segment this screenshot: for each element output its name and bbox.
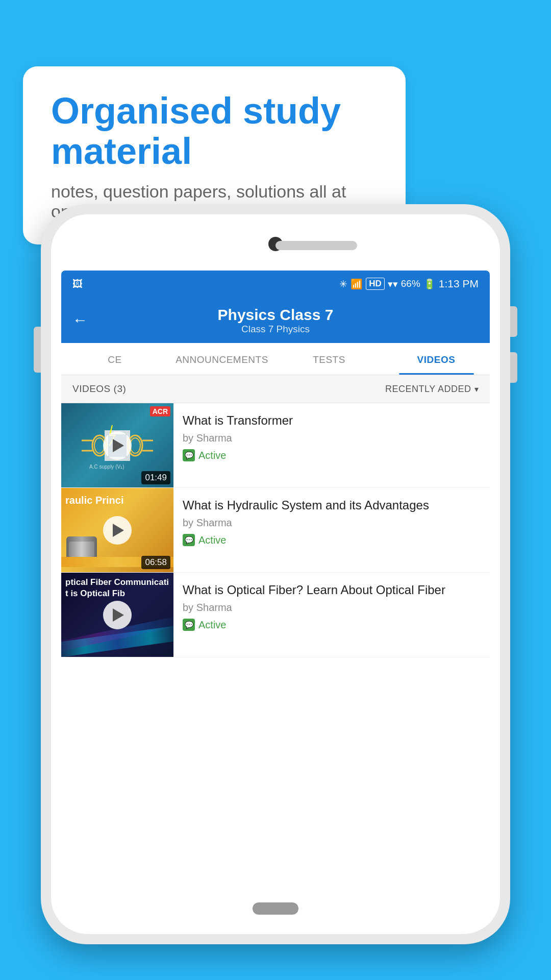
video-info-3: What is Optical Fiber? Learn About Optic…	[173, 573, 490, 657]
chat-icon	[183, 619, 195, 631]
status-right: ✳ 📶 HD ▾▾ 66% 🔋 1:13 PM	[339, 278, 479, 290]
status-left: 🖼	[72, 278, 83, 290]
video-item[interactable]: ptical Fiber Communicatit is Optical Fib…	[61, 573, 490, 657]
hd-badge: HD	[366, 278, 385, 290]
tab-videos[interactable]: VIDEOS	[383, 343, 490, 375]
signal-icon: 📶	[350, 278, 363, 290]
play-icon	[113, 524, 124, 537]
phone-mockup: 🖼 ✳ 📶 HD ▾▾ 66% 🔋 1:13 PM ← Phys	[41, 204, 510, 944]
video-list: A.C supply (V₁) ACR 01:49 What is Transf…	[61, 403, 490, 657]
status-badge-1: Active	[183, 449, 481, 461]
tab-announcements[interactable]: ANNOUNCEMENTS	[168, 343, 276, 375]
back-button[interactable]: ←	[72, 311, 88, 329]
bubble-title: Organised study material	[51, 91, 378, 172]
status-badge-3: Active	[183, 619, 481, 631]
video-title-1: What is Transformer	[183, 412, 481, 428]
video-author-1: by Sharma	[183, 432, 481, 444]
svg-text:A.C supply (V₁): A.C supply (V₁)	[89, 464, 124, 470]
breadcrumb-text: Class 7 Physics	[241, 324, 310, 335]
status-bar: 🖼 ✳ 📶 HD ▾▾ 66% 🔋 1:13 PM	[61, 271, 490, 297]
video-info-2: What is Hydraulic System and its Advanta…	[173, 488, 490, 572]
sort-label: RECENTLY ADDED	[385, 384, 471, 395]
chat-icon	[183, 449, 195, 461]
sort-button[interactable]: RECENTLY ADDED ▾	[385, 384, 479, 395]
optical-title: ptical Fiber Communicatit is Optical Fib	[65, 577, 169, 599]
status-time: 1:13 PM	[439, 278, 479, 290]
play-button-3[interactable]	[103, 601, 132, 629]
video-duration-2: 06:58	[141, 556, 170, 569]
videos-toolbar: VIDEOS (3) RECENTLY ADDED ▾	[61, 375, 490, 403]
play-button-2[interactable]	[103, 516, 132, 545]
play-icon	[113, 608, 124, 622]
battery-percent: 66%	[401, 278, 420, 289]
home-button[interactable]	[253, 902, 298, 915]
play-button-1[interactable]	[103, 431, 132, 460]
battery-icon: 🔋	[423, 278, 436, 290]
video-duration-1: 01:49	[141, 471, 170, 484]
tab-tests[interactable]: TESTS	[276, 343, 383, 375]
status-text-2: Active	[198, 534, 226, 546]
svg-point-5	[130, 438, 140, 453]
app-header: ← Physics Class 7 Class 7 Physics	[61, 297, 490, 343]
video-item[interactable]: A.C supply (V₁) ACR 01:49 What is Transf…	[61, 403, 490, 488]
chevron-down-icon: ▾	[474, 384, 479, 394]
video-author-2: by Sharma	[183, 517, 481, 529]
speaker	[276, 241, 357, 250]
status-text-3: Active	[198, 619, 226, 631]
image-icon: 🖼	[72, 278, 83, 290]
video-thumbnail-3: ptical Fiber Communicatit is Optical Fib	[61, 573, 173, 657]
bluetooth-icon: ✳	[339, 278, 347, 290]
screen: 🖼 ✳ 📶 HD ▾▾ 66% 🔋 1:13 PM ← Phys	[61, 271, 490, 893]
play-icon	[113, 439, 124, 452]
header-title: Physics Class 7	[72, 306, 479, 324]
video-info-1: What is Transformer by Sharma Active	[173, 403, 490, 487]
tab-bar: CE ANNOUNCEMENTS TESTS VIDEOS	[61, 343, 490, 375]
videos-count: VIDEOS (3)	[72, 383, 126, 395]
hydraulic-text: raulic Princi	[65, 494, 124, 506]
video-title-2: What is Hydraulic System and its Advanta…	[183, 497, 481, 513]
video-thumbnail-2: raulic Princi	[61, 488, 173, 572]
breadcrumb: Class 7 Physics	[72, 324, 479, 335]
video-item[interactable]: raulic Princi	[61, 488, 490, 573]
video-thumbnail-1: A.C supply (V₁) ACR 01:49	[61, 403, 173, 487]
tab-ce[interactable]: CE	[61, 343, 168, 375]
wifi-icon: ▾▾	[388, 278, 398, 290]
video-title-3: What is Optical Fiber? Learn About Optic…	[183, 582, 481, 598]
video-author-3: by Sharma	[183, 602, 481, 614]
status-badge-2: Active	[183, 534, 481, 546]
acr-badge: ACR	[150, 406, 170, 416]
status-text-1: Active	[198, 450, 226, 461]
chat-icon	[183, 534, 195, 546]
